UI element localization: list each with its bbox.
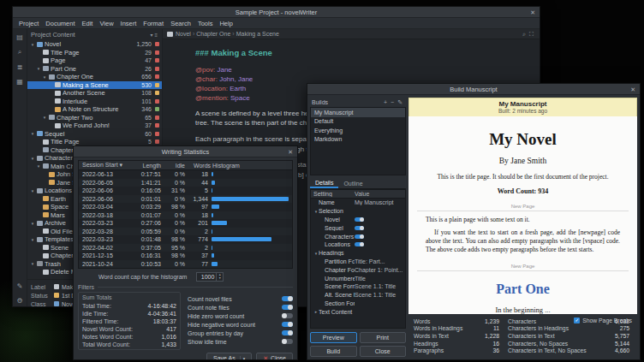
selection-switch[interactable] <box>355 226 364 230</box>
close-icon[interactable]: ✕ <box>530 7 535 18</box>
session-row[interactable]: 2022-06-060:01:010 %1,344 <box>79 195 292 204</box>
tab-outline[interactable]: Outline <box>338 179 367 188</box>
focus-mode-icon[interactable]: ⛶ <box>528 31 535 37</box>
expander-icon[interactable]: ▾ <box>30 131 35 136</box>
expander-icon[interactable]: ▾ <box>42 115 47 120</box>
expander-icon[interactable]: ▾ <box>36 66 41 71</box>
breadcrumb-item[interactable]: Novel <box>176 31 191 37</box>
build-list-item[interactable]: Default <box>311 117 405 127</box>
menu-item-tools[interactable]: Tools <box>194 20 217 27</box>
selection-switch[interactable] <box>355 217 364 222</box>
preview-button[interactable]: Preview <box>310 332 357 343</box>
setting-row[interactable]: Alt. Scene FormatScene 1.1: Title <box>311 291 405 300</box>
setting-row[interactable]: ▾Headings <box>311 249 405 258</box>
close-icon[interactable]: ✕ <box>630 84 635 95</box>
setting-row[interactable]: Unnumbered Fo...Title <box>311 274 405 282</box>
tag-value[interactable]: Jane <box>217 66 231 74</box>
expander-icon[interactable]: ▾ <box>30 156 35 161</box>
tree-menu-icon[interactable]: ≡ <box>153 33 158 38</box>
outline-icon[interactable]: ≣ <box>17 63 23 71</box>
tree-item[interactable]: Making a Scene530 <box>27 81 162 90</box>
expander-icon[interactable]: ▾ <box>30 42 35 47</box>
builds-list[interactable]: My ManuscriptDefaultEverythingMarkdown <box>310 107 406 175</box>
menu-item-project[interactable]: Project <box>15 20 42 27</box>
tree-item[interactable]: ▾Part One26 <box>27 65 162 74</box>
session-row[interactable]: 2022-03-230:27:060 %201 <box>79 219 292 228</box>
setting-row[interactable]: Partition FormatTitle: Part... <box>311 258 405 266</box>
tag-value[interactable]: Space <box>230 94 250 102</box>
menu-item-search[interactable]: Search <box>167 20 194 27</box>
setting-row[interactable]: NameMy Manuscript <box>311 199 405 207</box>
build-list-item[interactable]: Markdown <box>311 135 405 145</box>
setting-row[interactable]: Section Format <box>311 300 405 308</box>
build-list-item[interactable]: My Manuscript <box>311 108 405 117</box>
session-row[interactable]: 2022-03-040:03:2998 %97 <box>79 203 292 211</box>
close-icon[interactable]: ✕ <box>288 146 293 157</box>
show-page-breaks[interactable]: ✓ Show Page Breaks <box>574 317 632 323</box>
setting-row[interactable]: Sequel <box>311 223 405 232</box>
expander-icon[interactable]: ▾ <box>42 74 47 80</box>
stats-titlebar[interactable]: Writing Statistics ✕ <box>74 146 297 157</box>
toggle-switch[interactable] <box>282 313 293 318</box>
manuscript-preview[interactable]: My Novel By Jane Smith This is the title… <box>408 116 637 314</box>
session-row[interactable]: 2022-04-020:37:0595 %2 <box>79 244 292 252</box>
session-row[interactable]: 2022-06-051:41:210 %44 <box>79 179 292 187</box>
session-row[interactable]: 2022-06-130:17:510 %18 <box>79 170 292 179</box>
menu-item-format[interactable]: Format <box>140 20 167 27</box>
expander-icon[interactable]: ▾ <box>30 188 35 193</box>
setting-row[interactable]: Scene FormatScene 1.1: Title <box>311 282 405 291</box>
manuscript-icon[interactable]: ▦ <box>16 78 23 86</box>
close-button[interactable]: ✕ Close <box>256 353 293 360</box>
tree-item[interactable]: ▾Sequel60 <box>27 130 162 139</box>
edit-build-icon[interactable]: ✎ <box>396 99 404 105</box>
build-button[interactable]: Build <box>310 346 357 357</box>
tree-item[interactable]: Page47 <box>27 56 162 65</box>
setting-row[interactable]: Chapter FormatChapter 1: Point... <box>311 265 405 274</box>
checkbox-icon[interactable]: ✓ <box>574 317 580 323</box>
session-row[interactable]: 2022-03-280:05:590 %2 <box>79 228 292 236</box>
edit-icon[interactable]: ✎ <box>17 282 23 290</box>
toggle-switch[interactable] <box>282 322 293 327</box>
histogram-cap-input[interactable]: 1000 ▴ ▾ <box>196 272 224 282</box>
search-icon[interactable]: ⌕ <box>18 48 21 56</box>
tree-item[interactable]: ▾Chapter One656 <box>27 73 162 81</box>
build-titlebar[interactable]: Build Manuscript ✕ <box>307 84 640 95</box>
column-header[interactable]: Session Start ▾ <box>79 162 127 169</box>
column-header[interactable]: Length <box>127 163 161 169</box>
tree-item[interactable]: Interlude101 <box>27 98 162 106</box>
toggle-switch[interactable] <box>282 305 293 310</box>
column-header[interactable]: Words Histogram <box>185 163 292 169</box>
settings-icon[interactable]: ⚙ <box>16 297 22 305</box>
expander-icon[interactable]: ▾ <box>30 261 35 266</box>
menu-item-insert[interactable]: Insert <box>117 20 140 27</box>
menu-item-help[interactable]: Help <box>216 20 236 27</box>
breadcrumb-item[interactable]: Making a Scene <box>236 31 279 37</box>
tag-value[interactable]: Earth <box>230 85 246 92</box>
project-tree-icon[interactable]: ▤ <box>16 33 23 41</box>
build-settings-table[interactable]: SettingValue NameMy Manuscript▾Selection… <box>310 189 406 329</box>
column-header[interactable]: Idle <box>161 163 185 169</box>
selection-switch[interactable] <box>355 234 364 239</box>
toggle-switch[interactable] <box>282 339 293 344</box>
build-list-item[interactable]: Everything <box>311 126 405 135</box>
add-build-icon[interactable]: + <box>382 99 389 105</box>
session-row[interactable]: 2022-03-230:01:4898 %774 <box>79 235 292 244</box>
session-row[interactable]: 2021-10-240:10:530 %77 <box>79 260 292 269</box>
tree-item[interactable]: Title Page29 <box>27 49 162 57</box>
session-row[interactable]: 2022-03-180:01:070 %18 <box>79 211 292 220</box>
expander-icon[interactable]: ▾ <box>30 237 35 242</box>
expander-icon[interactable]: ▾ <box>36 163 41 169</box>
spinner-arrows[interactable]: ▴ ▾ <box>216 273 223 281</box>
setting-row[interactable]: ▾Selection <box>311 207 405 216</box>
save-as-button[interactable]: Save As ▾ <box>206 353 252 360</box>
menu-item-document[interactable]: Document <box>42 20 78 27</box>
menu-item-edit[interactable]: Edit <box>79 20 97 27</box>
expander-icon[interactable]: ▾ <box>30 221 35 226</box>
session-row[interactable]: 2021-12-150:16:3198 %37 <box>79 252 292 260</box>
search-icon[interactable]: ⌕ <box>521 31 528 37</box>
session-row[interactable]: 2022-06-060:16:0531 %5 <box>79 187 292 195</box>
toggle-switch[interactable] <box>282 296 293 301</box>
setting-row[interactable]: Characters <box>311 232 405 240</box>
setting-row[interactable]: Locations <box>311 240 405 249</box>
tree-item[interactable]: We Found John!37 <box>27 122 162 130</box>
